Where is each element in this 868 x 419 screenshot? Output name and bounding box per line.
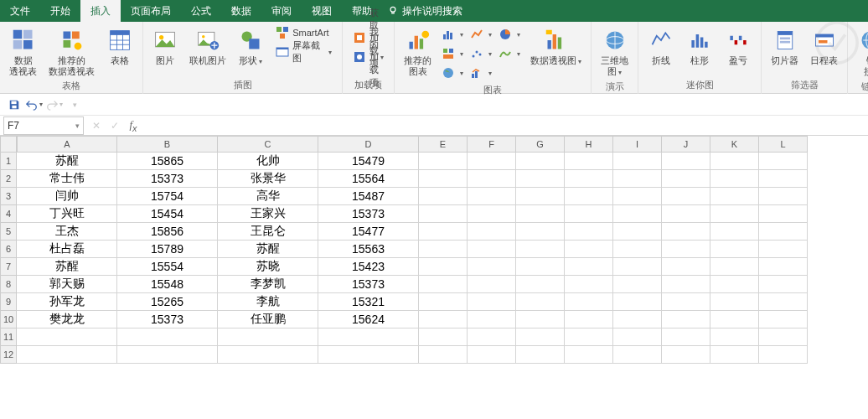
cell-H3[interactable]	[565, 188, 613, 205]
cell-C3[interactable]: 高华	[218, 188, 318, 205]
cell-D6[interactable]: 15563	[318, 241, 419, 258]
cell-I9[interactable]	[613, 293, 662, 311]
cell-L7[interactable]	[759, 258, 808, 276]
cell-I11[interactable]	[613, 328, 662, 346]
cell-D12[interactable]	[318, 346, 419, 364]
cell-G5[interactable]	[516, 223, 565, 241]
cell-D8[interactable]: 15373	[318, 276, 419, 293]
cell-A2[interactable]: 常士伟	[17, 170, 117, 188]
cell-L5[interactable]	[759, 223, 808, 241]
cell-D3[interactable]: 15487	[318, 188, 419, 205]
sparkline-line-button[interactable]: 折线	[643, 23, 679, 67]
cell-B6[interactable]: 15789	[117, 241, 218, 258]
row-header-5[interactable]: 5	[0, 223, 17, 241]
pictures-button[interactable]: 图片	[148, 23, 183, 67]
cell-B7[interactable]: 15554	[117, 258, 218, 276]
cell-K8[interactable]	[710, 276, 759, 293]
cell-F5[interactable]	[468, 223, 516, 241]
cell-J3[interactable]	[662, 188, 710, 205]
cell-I4[interactable]	[613, 205, 662, 223]
cell-C10[interactable]: 任亚鹏	[218, 311, 318, 328]
cancel-button[interactable]: ✕	[87, 116, 106, 135]
cell-I12[interactable]	[613, 346, 662, 364]
tab-layout[interactable]: 页面布局	[121, 0, 181, 22]
cell-A5[interactable]: 王杰	[17, 223, 117, 241]
cell-C2[interactable]: 张景华	[218, 170, 318, 188]
row-header-10[interactable]: 10	[0, 311, 17, 328]
cell-F12[interactable]	[468, 346, 516, 364]
row-header-3[interactable]: 3	[0, 188, 17, 205]
chart-hierarchy-button[interactable]: ▾	[439, 44, 466, 63]
cell-E2[interactable]	[419, 170, 468, 188]
cell-A7[interactable]: 苏醒	[17, 258, 117, 276]
chart-map-button[interactable]: ▾	[439, 64, 466, 82]
cell-F7[interactable]	[468, 258, 516, 276]
cell-I2[interactable]	[613, 170, 662, 188]
qat-customize-button[interactable]: ▾	[65, 96, 84, 114]
cell-B2[interactable]: 15373	[117, 170, 218, 188]
cell-E1[interactable]	[419, 153, 468, 170]
cell-L2[interactable]	[759, 170, 808, 188]
chart-pie-button[interactable]: ▾	[496, 25, 523, 44]
cell-F10[interactable]	[468, 311, 516, 328]
slicer-button[interactable]: 切片器	[767, 23, 803, 67]
cell-G1[interactable]	[516, 153, 565, 170]
cell-E8[interactable]	[419, 276, 468, 293]
row-header-11[interactable]: 11	[0, 328, 17, 346]
cell-J9[interactable]	[662, 293, 710, 311]
cell-A1[interactable]: 苏醒	[17, 153, 117, 170]
cell-A12[interactable]	[17, 346, 117, 364]
cell-L11[interactable]	[759, 328, 808, 346]
cell-L3[interactable]	[759, 188, 808, 205]
cell-J7[interactable]	[662, 258, 710, 276]
online-pictures-button[interactable]: 联机图片	[186, 23, 230, 67]
cell-K12[interactable]	[710, 346, 759, 364]
cell-K7[interactable]	[710, 258, 759, 276]
cell-D5[interactable]: 15477	[318, 223, 419, 241]
cell-H12[interactable]	[565, 346, 613, 364]
column-header-H[interactable]: H	[565, 136, 613, 153]
cell-I1[interactable]	[613, 153, 662, 170]
tell-me-search[interactable]: 操作说明搜索	[387, 4, 462, 18]
cell-D7[interactable]: 15423	[318, 258, 419, 276]
cell-F1[interactable]	[468, 153, 516, 170]
formula-input[interactable]	[142, 116, 868, 135]
cell-F6[interactable]	[468, 241, 516, 258]
cell-L6[interactable]	[759, 241, 808, 258]
cell-A4[interactable]: 丁兴旺	[17, 205, 117, 223]
cell-C5[interactable]: 王昆仑	[218, 223, 318, 241]
cell-I3[interactable]	[613, 188, 662, 205]
column-header-I[interactable]: I	[613, 136, 662, 153]
cell-E4[interactable]	[419, 205, 468, 223]
column-header-D[interactable]: D	[318, 136, 419, 153]
cell-J8[interactable]	[662, 276, 710, 293]
recommended-pivot-button[interactable]: 推荐的 数据透视表	[44, 23, 99, 78]
row-header-8[interactable]: 8	[0, 276, 17, 293]
row-header-2[interactable]: 2	[0, 170, 17, 188]
cell-E3[interactable]	[419, 188, 468, 205]
column-header-F[interactable]: F	[468, 136, 516, 153]
cell-B10[interactable]: 15373	[117, 311, 218, 328]
cell-C1[interactable]: 化帅	[218, 153, 318, 170]
cell-H10[interactable]	[565, 311, 613, 328]
cell-D11[interactable]	[318, 328, 419, 346]
column-header-A[interactable]: A	[17, 136, 117, 153]
column-header-L[interactable]: L	[759, 136, 808, 153]
chart-scatter-button[interactable]: ▾	[468, 44, 494, 63]
cell-L9[interactable]	[759, 293, 808, 311]
cell-L8[interactable]	[759, 276, 808, 293]
table-button[interactable]: 表格	[102, 23, 137, 67]
cell-F4[interactable]	[468, 205, 516, 223]
cell-K3[interactable]	[710, 188, 759, 205]
pivotchart-button[interactable]: 数据透视图▾	[526, 23, 586, 68]
cell-D2[interactable]: 15564	[318, 170, 419, 188]
cell-J5[interactable]	[662, 223, 710, 241]
cell-C8[interactable]: 李梦凯	[218, 276, 318, 293]
cell-E9[interactable]	[419, 293, 468, 311]
cell-E7[interactable]	[419, 258, 468, 276]
cell-H4[interactable]	[565, 205, 613, 223]
row-header-7[interactable]: 7	[0, 258, 17, 276]
cell-E12[interactable]	[419, 346, 468, 364]
undo-button[interactable]: ▾	[25, 96, 44, 114]
column-header-J[interactable]: J	[662, 136, 710, 153]
